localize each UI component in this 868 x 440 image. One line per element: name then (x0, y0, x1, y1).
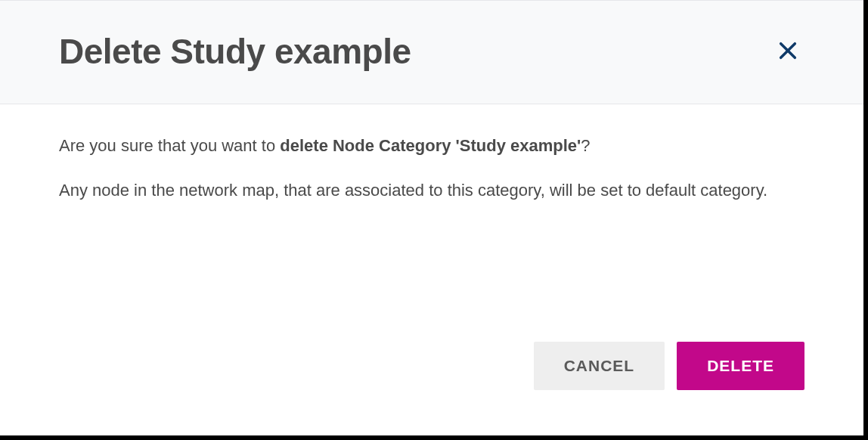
confirm-prefix: Are you sure that you want to (59, 136, 280, 155)
close-icon (777, 40, 798, 64)
dialog-title: Delete Study example (59, 31, 411, 72)
confirm-suffix: ? (581, 136, 590, 155)
dialog-header: Delete Study example (0, 0, 863, 104)
delete-confirmation-dialog: Delete Study example Are you sure that y… (0, 0, 868, 440)
confirm-question: Are you sure that you want to delete Nod… (59, 133, 804, 158)
confirm-bold-text: delete Node Category 'Study example' (280, 136, 581, 155)
close-button[interactable] (771, 34, 804, 70)
cancel-button[interactable]: CANCEL (534, 342, 665, 390)
dialog-body: Are you sure that you want to delete Nod… (0, 104, 863, 342)
info-text: Any node in the network map, that are as… (59, 178, 804, 203)
dialog-footer: CANCEL DELETE (0, 342, 863, 435)
delete-button[interactable]: DELETE (677, 342, 804, 390)
